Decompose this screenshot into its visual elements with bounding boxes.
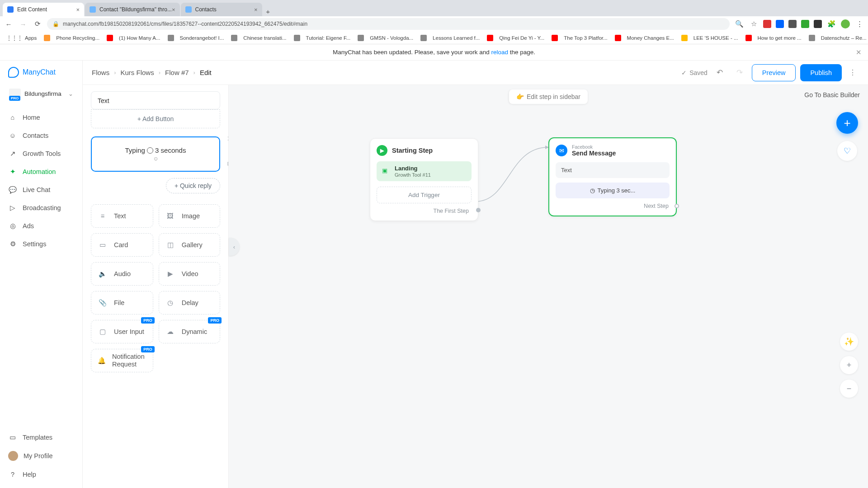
sidebar-item-broadcasting[interactable]: ▷Broadcasting — [0, 199, 82, 217]
flow-canvas[interactable]: 👉Edit step in sidebar Go To Basic Builde… — [229, 85, 868, 488]
video-icon: ▶ — [165, 269, 175, 279]
output-port[interactable] — [675, 204, 679, 208]
pro-badge: PRO — [208, 317, 222, 324]
add-button[interactable]: + Add Button — [91, 109, 220, 128]
favorite-button[interactable]: ♡ — [837, 141, 857, 161]
go-basic-builder-link[interactable]: Go To Basic Builder — [804, 91, 860, 99]
sidebar-item-livechat[interactable]: 💬Live Chat — [0, 181, 82, 199]
workspace-switcher[interactable]: PRO Bildungsfirma ⌄ — [5, 86, 77, 101]
bookmark-item[interactable]: GMSN - Vologda... — [355, 34, 416, 42]
palette-delay[interactable]: ◷Delay — [159, 291, 220, 314]
reload-button[interactable]: ⟳ — [33, 19, 42, 29]
bookmark-item[interactable]: Chinese translati... — [228, 34, 289, 42]
palette-audio[interactable]: 🔈Audio — [91, 262, 153, 286]
add-trigger-button[interactable]: Add Trigger — [377, 187, 472, 203]
extension-icon[interactable] — [814, 20, 822, 28]
zoom-out-button[interactable]: − — [840, 380, 858, 398]
delete-block-button[interactable]: ✕ — [226, 135, 229, 143]
message-typing-row[interactable]: ◷Typing 3 sec... — [556, 183, 670, 198]
back-button[interactable]: ← — [4, 19, 14, 29]
bookmark-item[interactable]: Qing Fei De Yi - Y... — [484, 34, 547, 42]
undo-button[interactable]: ↶ — [712, 65, 727, 80]
palette-gallery[interactable]: ◫Gallery — [159, 233, 220, 257]
sidebar-item-help[interactable]: ?Help — [0, 465, 82, 483]
output-port[interactable] — [476, 208, 481, 212]
forward-button[interactable]: → — [18, 19, 28, 29]
bookmark-item[interactable]: How to get more ... — [743, 34, 804, 42]
palette-file[interactable]: 📎File — [91, 291, 153, 314]
bookmark-item[interactable]: The Top 3 Platfor... — [549, 34, 610, 42]
bookmark-item[interactable]: Sonderangebot! I... — [165, 34, 227, 42]
text-block[interactable]: Text — [91, 91, 220, 109]
more-menu[interactable]: ⋮ — [846, 68, 859, 77]
bookmark-item[interactable]: LEE 'S HOUSE - ... — [679, 34, 741, 42]
brand-logo[interactable]: ManyChat — [0, 67, 82, 86]
move-block-button[interactable]: ↕ — [226, 147, 229, 155]
sidebar-item-settings[interactable]: ⚙Settings — [0, 235, 82, 253]
send-message-node[interactable]: ✉ FacebookSend Message Text ◷Typing 3 se… — [548, 137, 677, 216]
bookmark-item[interactable]: Lessons Learned f... — [418, 34, 482, 42]
sidebar-item-home[interactable]: ⌂Home — [0, 108, 82, 127]
breadcrumb[interactable]: Flows — [92, 69, 109, 76]
auto-layout-button[interactable]: ✨ — [840, 333, 858, 351]
publish-button[interactable]: Publish — [800, 64, 842, 81]
bookmark-item[interactable]: Datenschutz – Re... — [806, 34, 868, 42]
palette-notification[interactable]: 🔔Notification RequestPRO — [91, 349, 153, 372]
trigger-landing[interactable]: ▣ LandingGrowth Tool #11 — [377, 161, 472, 181]
tab-favicon — [7, 6, 14, 13]
profile-avatar[interactable] — [841, 19, 850, 28]
palette-video[interactable]: ▶Video — [159, 262, 220, 286]
sidebar-item-templates[interactable]: ▭Templates — [0, 428, 82, 446]
message-text-row[interactable]: Text — [556, 162, 670, 178]
bookmark-item[interactable]: Money Changes E... — [612, 34, 677, 42]
sidebar-item-ads[interactable]: ◎Ads — [0, 217, 82, 235]
sidebar-item-contacts[interactable]: ☺Contacts — [0, 127, 82, 145]
extension-icon[interactable] — [788, 20, 797, 28]
bookmark-item[interactable]: (1) How Many A... — [104, 34, 163, 42]
redo-button[interactable]: ↷ — [732, 65, 747, 80]
bookmark-item[interactable]: Tutorial: Eigene F... — [291, 34, 354, 42]
star-icon[interactable]: ☆ — [749, 19, 759, 29]
sidebar-item-profile[interactable]: My Profile — [0, 446, 82, 465]
add-step-fab[interactable]: + — [836, 112, 858, 134]
sidebar-item-growth[interactable]: ↗Growth Tools — [0, 145, 82, 163]
close-icon[interactable]: × — [254, 6, 258, 13]
nav-label: Settings — [23, 240, 46, 248]
bookmark-item[interactable]: Phone Recycling... — [41, 34, 102, 42]
apps-shortcut[interactable]: ⋮⋮⋮Apps — [4, 34, 39, 42]
clock-icon: ◷ — [590, 187, 595, 194]
new-tab-button[interactable]: + — [263, 6, 273, 16]
drag-handle-icon[interactable]: ⊙ — [92, 156, 219, 162]
palette-user-input[interactable]: ▢User InputPRO — [91, 320, 153, 343]
browser-tab[interactable]: Contact "Bildungsfirma" thro... × — [85, 3, 180, 16]
content-palette: ≡Text 🖼Image ▭Card ◫Gallery 🔈Audio ▶Vide… — [91, 204, 220, 372]
chrome-menu[interactable]: ⋮ — [854, 19, 864, 29]
extension-icon[interactable] — [776, 20, 784, 28]
extensions-button[interactable]: 🧩 — [826, 19, 836, 29]
breadcrumb[interactable]: Kurs Flows — [121, 69, 154, 76]
close-icon[interactable]: × — [172, 6, 175, 13]
add-quick-reply-button[interactable]: + Quick reply — [166, 178, 220, 193]
palette-dynamic[interactable]: ☁DynamicPRO — [159, 320, 220, 343]
close-icon[interactable]: × — [76, 6, 80, 13]
browser-tab-active[interactable]: Edit Content × — [3, 3, 84, 16]
typing-delay-block[interactable]: Typing 3 seconds ⊙ — [91, 136, 220, 172]
edit-hint-pill[interactable]: 👉Edit step in sidebar — [509, 89, 588, 104]
sidebar-item-automation[interactable]: ✦Automation — [0, 163, 82, 181]
delay-icon: ◷ — [165, 298, 175, 308]
breadcrumb[interactable]: Flow #7 — [165, 69, 189, 76]
url-field[interactable]: 🔒 manychat.com/fb198150208192061/cms/fil… — [47, 18, 730, 30]
close-icon[interactable]: ✕ — [856, 48, 862, 56]
palette-card[interactable]: ▭Card — [91, 233, 153, 257]
zoom-indicator[interactable]: 🔍 — [734, 19, 744, 29]
palette-image[interactable]: 🖼Image — [159, 204, 220, 228]
extension-icon[interactable] — [801, 20, 809, 28]
extension-icon[interactable] — [763, 20, 771, 28]
zoom-in-button[interactable]: + — [840, 356, 858, 374]
starting-step-node[interactable]: ▶Starting Step ▣ LandingGrowth Tool #11 … — [370, 138, 478, 221]
browser-tab[interactable]: Contacts × — [181, 3, 262, 16]
reload-link[interactable]: reload — [491, 49, 508, 56]
preview-button[interactable]: Preview — [752, 64, 796, 81]
palette-text[interactable]: ≡Text — [91, 204, 153, 228]
duplicate-block-button[interactable]: ⧉ — [226, 160, 229, 168]
